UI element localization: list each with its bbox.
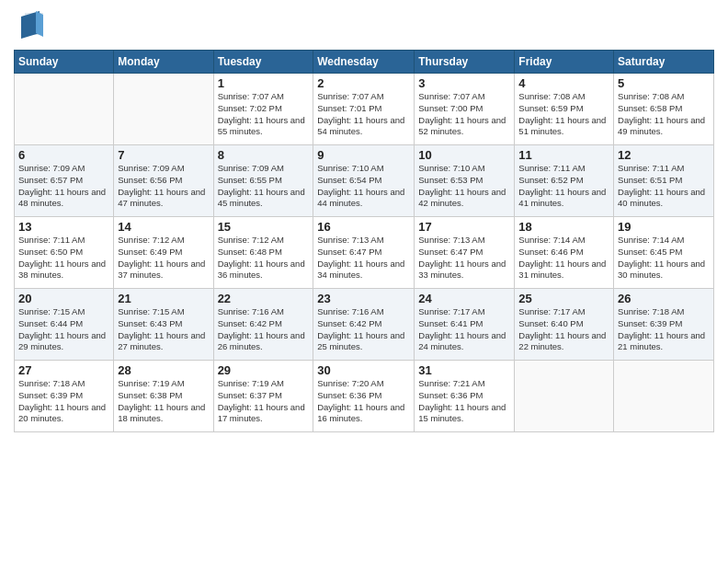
day-number: 18	[518, 220, 609, 234]
day-number: 1	[218, 76, 310, 90]
calendar-cell	[614, 361, 714, 432]
day-info: Sunrise: 7:13 AMSunset: 6:47 PMDaylight:…	[418, 235, 510, 282]
calendar-cell: 29Sunrise: 7:19 AMSunset: 6:37 PMDayligh…	[213, 361, 313, 432]
day-number: 21	[118, 292, 209, 305]
day-info: Sunrise: 7:21 AMSunset: 6:36 PMDaylight:…	[418, 378, 510, 425]
day-number: 25	[518, 292, 609, 305]
day-info: Sunrise: 7:11 AMSunset: 6:50 PMDaylight:…	[18, 235, 109, 282]
calendar-body: 1Sunrise: 7:07 AMSunset: 7:02 PMDaylight…	[15, 74, 714, 432]
day-number: 27	[18, 363, 109, 377]
day-number: 24	[418, 292, 510, 305]
weekday-header-wednesday: Wednesday	[313, 51, 415, 74]
day-info: Sunrise: 7:19 AMSunset: 6:37 PMDaylight:…	[218, 378, 310, 425]
day-info: Sunrise: 7:10 AMSunset: 6:54 PMDaylight:…	[317, 163, 410, 210]
calendar-cell: 23Sunrise: 7:16 AMSunset: 6:42 PMDayligh…	[313, 289, 415, 361]
weekday-header-thursday: Thursday	[415, 51, 515, 74]
calendar-cell: 4Sunrise: 7:08 AMSunset: 6:59 PMDaylight…	[515, 74, 614, 145]
page-container: SundayMondayTuesdayWednesdayThursdayFrid…	[0, 0, 728, 563]
logo	[14, 9, 47, 42]
calendar-cell: 17Sunrise: 7:13 AMSunset: 6:47 PMDayligh…	[415, 217, 515, 289]
weekday-header-tuesday: Tuesday	[213, 51, 313, 74]
day-number: 10	[418, 148, 510, 162]
day-number: 31	[418, 363, 510, 377]
day-number: 19	[618, 220, 710, 234]
day-info: Sunrise: 7:11 AMSunset: 6:51 PMDaylight:…	[618, 163, 710, 210]
day-number: 2	[317, 76, 410, 90]
calendar-cell: 13Sunrise: 7:11 AMSunset: 6:50 PMDayligh…	[15, 217, 114, 289]
day-info: Sunrise: 7:09 AMSunset: 6:57 PMDaylight:…	[18, 163, 109, 210]
day-info: Sunrise: 7:16 AMSunset: 6:42 PMDaylight:…	[317, 306, 410, 353]
day-info: Sunrise: 7:08 AMSunset: 6:59 PMDaylight:…	[518, 91, 609, 138]
calendar-cell: 8Sunrise: 7:09 AMSunset: 6:55 PMDaylight…	[213, 145, 313, 217]
day-number: 17	[418, 220, 510, 234]
day-info: Sunrise: 7:18 AMSunset: 6:39 PMDaylight:…	[18, 378, 109, 425]
day-number: 5	[618, 76, 710, 90]
day-number: 16	[317, 220, 410, 234]
day-number: 29	[218, 363, 310, 377]
day-number: 11	[518, 148, 609, 162]
day-info: Sunrise: 7:15 AMSunset: 6:44 PMDaylight:…	[18, 306, 109, 353]
calendar-cell: 7Sunrise: 7:09 AMSunset: 6:56 PMDaylight…	[114, 145, 213, 217]
day-number: 22	[218, 292, 310, 305]
day-number: 30	[317, 363, 410, 377]
calendar-week-row: 13Sunrise: 7:11 AMSunset: 6:50 PMDayligh…	[15, 217, 714, 289]
day-info: Sunrise: 7:17 AMSunset: 6:40 PMDaylight:…	[518, 306, 609, 353]
day-info: Sunrise: 7:19 AMSunset: 6:38 PMDaylight:…	[118, 378, 209, 425]
calendar-cell: 3Sunrise: 7:07 AMSunset: 7:00 PMDaylight…	[415, 74, 515, 145]
weekday-header-monday: Monday	[114, 51, 213, 74]
weekday-header-sunday: Sunday	[15, 51, 114, 74]
day-info: Sunrise: 7:14 AMSunset: 6:45 PMDaylight:…	[618, 235, 710, 282]
calendar-cell: 25Sunrise: 7:17 AMSunset: 6:40 PMDayligh…	[515, 289, 614, 361]
day-number: 13	[18, 220, 109, 234]
day-info: Sunrise: 7:07 AMSunset: 7:00 PMDaylight:…	[418, 91, 510, 138]
day-number: 3	[418, 76, 510, 90]
day-number: 9	[317, 148, 410, 162]
calendar-cell	[114, 74, 213, 145]
calendar-cell: 18Sunrise: 7:14 AMSunset: 6:46 PMDayligh…	[515, 217, 614, 289]
calendar-cell	[515, 361, 614, 432]
weekday-header-saturday: Saturday	[614, 51, 714, 74]
day-info: Sunrise: 7:10 AMSunset: 6:53 PMDaylight:…	[418, 163, 510, 210]
weekday-header-row: SundayMondayTuesdayWednesdayThursdayFrid…	[15, 51, 714, 74]
calendar-cell: 30Sunrise: 7:20 AMSunset: 6:36 PMDayligh…	[313, 361, 415, 432]
day-number: 6	[18, 148, 109, 162]
calendar-week-row: 20Sunrise: 7:15 AMSunset: 6:44 PMDayligh…	[15, 289, 714, 361]
day-info: Sunrise: 7:09 AMSunset: 6:55 PMDaylight:…	[218, 163, 310, 210]
calendar-cell: 21Sunrise: 7:15 AMSunset: 6:43 PMDayligh…	[114, 289, 213, 361]
calendar-cell: 1Sunrise: 7:07 AMSunset: 7:02 PMDaylight…	[213, 74, 313, 145]
calendar-week-row: 27Sunrise: 7:18 AMSunset: 6:39 PMDayligh…	[15, 361, 714, 432]
calendar-header: SundayMondayTuesdayWednesdayThursdayFrid…	[15, 51, 714, 74]
day-number: 12	[618, 148, 710, 162]
day-info: Sunrise: 7:16 AMSunset: 6:42 PMDaylight:…	[218, 306, 310, 353]
calendar-cell: 22Sunrise: 7:16 AMSunset: 6:42 PMDayligh…	[213, 289, 313, 361]
calendar-cell: 24Sunrise: 7:17 AMSunset: 6:41 PMDayligh…	[415, 289, 515, 361]
day-info: Sunrise: 7:12 AMSunset: 6:49 PMDaylight:…	[118, 235, 209, 282]
day-info: Sunrise: 7:15 AMSunset: 6:43 PMDaylight:…	[118, 306, 209, 353]
calendar-cell: 5Sunrise: 7:08 AMSunset: 6:58 PMDaylight…	[614, 74, 714, 145]
calendar-cell: 19Sunrise: 7:14 AMSunset: 6:45 PMDayligh…	[614, 217, 714, 289]
day-number: 4	[518, 76, 609, 90]
calendar-table: SundayMondayTuesdayWednesdayThursdayFrid…	[14, 50, 714, 432]
day-info: Sunrise: 7:07 AMSunset: 7:02 PMDaylight:…	[218, 91, 310, 138]
calendar-cell: 12Sunrise: 7:11 AMSunset: 6:51 PMDayligh…	[614, 145, 714, 217]
day-info: Sunrise: 7:13 AMSunset: 6:47 PMDaylight:…	[317, 235, 410, 282]
day-number: 23	[317, 292, 410, 305]
logo-icon	[17, 9, 47, 42]
day-info: Sunrise: 7:07 AMSunset: 7:01 PMDaylight:…	[317, 91, 410, 138]
day-number: 14	[118, 220, 209, 234]
day-info: Sunrise: 7:11 AMSunset: 6:52 PMDaylight:…	[518, 163, 609, 210]
calendar-week-row: 1Sunrise: 7:07 AMSunset: 7:02 PMDaylight…	[15, 74, 714, 145]
weekday-header-friday: Friday	[515, 51, 614, 74]
calendar-cell: 14Sunrise: 7:12 AMSunset: 6:49 PMDayligh…	[114, 217, 213, 289]
day-info: Sunrise: 7:18 AMSunset: 6:39 PMDaylight:…	[618, 306, 710, 353]
calendar-cell: 16Sunrise: 7:13 AMSunset: 6:47 PMDayligh…	[313, 217, 415, 289]
day-info: Sunrise: 7:17 AMSunset: 6:41 PMDaylight:…	[418, 306, 510, 353]
calendar-week-row: 6Sunrise: 7:09 AMSunset: 6:57 PMDaylight…	[15, 145, 714, 217]
day-number: 28	[118, 363, 209, 377]
calendar-cell: 6Sunrise: 7:09 AMSunset: 6:57 PMDaylight…	[15, 145, 114, 217]
calendar-cell: 11Sunrise: 7:11 AMSunset: 6:52 PMDayligh…	[515, 145, 614, 217]
day-info: Sunrise: 7:14 AMSunset: 6:46 PMDaylight:…	[518, 235, 609, 282]
calendar-cell: 27Sunrise: 7:18 AMSunset: 6:39 PMDayligh…	[15, 361, 114, 432]
day-number: 8	[218, 148, 310, 162]
day-number: 15	[218, 220, 310, 234]
